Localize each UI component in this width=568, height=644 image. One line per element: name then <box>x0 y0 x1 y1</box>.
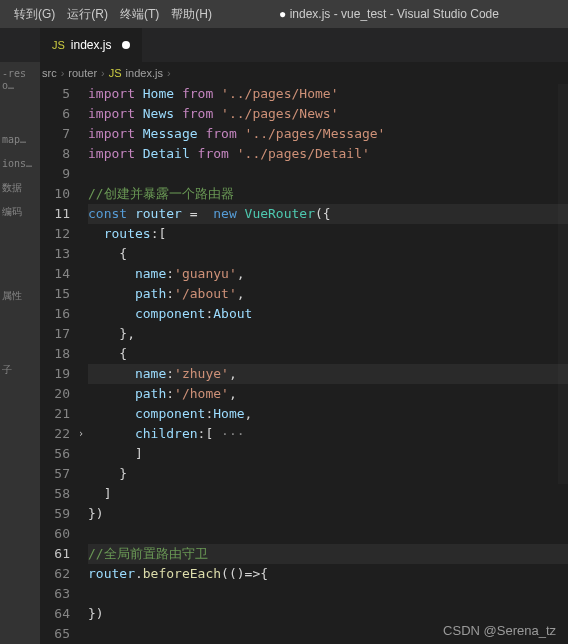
code-line: ] <box>88 484 568 504</box>
code-line: }) <box>88 504 568 524</box>
code-content[interactable]: import Home from '../pages/Home' import … <box>88 84 568 644</box>
code-line: }) <box>88 604 568 624</box>
line-gutter: 5 6 7 8 9 10 11 12 13 14 15 16 17 18 19 … <box>40 84 88 644</box>
menu-goto[interactable]: 转到(G) <box>8 6 61 23</box>
code-line: { <box>88 244 568 264</box>
window-title: ● index.js - vue_test - Visual Studio Co… <box>218 7 560 21</box>
code-line: component:About <box>88 304 568 324</box>
code-line <box>88 524 568 544</box>
js-file-icon: JS <box>52 39 65 51</box>
code-line: router.beforeEach(()=>{ <box>88 564 568 584</box>
tab-index-js[interactable]: JS index.js <box>40 28 143 62</box>
code-line <box>88 164 568 184</box>
activity-item[interactable]: -reso… <box>0 62 40 98</box>
minimap[interactable] <box>558 84 568 484</box>
code-line <box>88 584 568 604</box>
menu-terminal[interactable]: 终端(T) <box>114 6 165 23</box>
code-line: ] <box>88 444 568 464</box>
code-line: }, <box>88 324 568 344</box>
tab-bar: JS index.js <box>0 28 568 62</box>
code-line: path:'/home', <box>88 384 568 404</box>
code-line: name:'zhuye', <box>88 364 568 384</box>
activity-item[interactable]: 属性 <box>0 284 40 308</box>
code-line: import News from '../pages/News' <box>88 104 568 124</box>
activity-item[interactable]: map… <box>0 128 40 152</box>
code-line: routes:[ <box>88 224 568 244</box>
code-line: children:[ ··· <box>88 424 568 444</box>
js-file-icon: JS <box>109 67 122 79</box>
watermark: CSDN @Serena_tz <box>443 623 556 638</box>
breadcrumb[interactable]: src › router › JS index.js › <box>0 62 568 84</box>
code-line: const router = new VueRouter({ <box>88 204 568 224</box>
code-line: import Detail from '../pages/Detail' <box>88 144 568 164</box>
activity-item[interactable]: 编码 <box>0 200 40 224</box>
code-line: } <box>88 464 568 484</box>
code-line: import Message from '../pages/Message' <box>88 124 568 144</box>
menu-run[interactable]: 运行(R) <box>61 6 114 23</box>
code-line: import Home from '../pages/Home' <box>88 84 568 104</box>
tab-label: index.js <box>71 38 112 52</box>
fold-icon[interactable]: › <box>78 424 84 444</box>
code-line: name:'guanyu', <box>88 264 568 284</box>
unsaved-indicator-icon <box>122 41 130 49</box>
code-line: path:'/about', <box>88 284 568 304</box>
code-line: component:Home, <box>88 404 568 424</box>
code-line: //创建并暴露一个路由器 <box>88 184 568 204</box>
menu-help[interactable]: 帮助(H) <box>165 6 218 23</box>
code-editor[interactable]: 5 6 7 8 9 10 11 12 13 14 15 16 17 18 19 … <box>40 84 568 644</box>
code-line: { <box>88 344 568 364</box>
activity-item[interactable]: 数据 <box>0 176 40 200</box>
activity-item[interactable]: 子 <box>0 358 40 382</box>
activity-item[interactable]: ions… <box>0 152 40 176</box>
code-line: //全局前置路由守卫 <box>88 544 568 564</box>
menubar: 转到(G) 运行(R) 终端(T) 帮助(H) ● index.js - vue… <box>0 0 568 28</box>
activity-bar: -reso… map… ions… 数据 编码 属性 子 <box>0 62 40 644</box>
